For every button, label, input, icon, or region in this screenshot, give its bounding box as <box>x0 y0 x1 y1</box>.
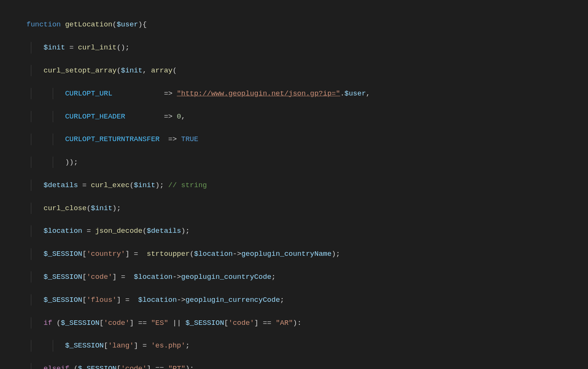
keyword-function: function <box>26 20 61 29</box>
code-line: CURLOPT_URL => "http://www.geoplugin.net… <box>0 88 588 99</box>
constant: CURLOPT_HEADER <box>65 112 126 121</box>
code-line: curl_close($init); <box>0 203 588 214</box>
code-line: $details = curl_exec($init); // string <box>0 180 588 191</box>
code-line: )); <box>0 157 588 168</box>
function-call: strtoupper <box>147 250 190 258</box>
code-line: $_SESSION['lang'] = 'es.php'; <box>0 340 588 351</box>
property: geoplugin_countryCode <box>181 273 271 281</box>
code-line: $_SESSION['country'] = strtoupper($locat… <box>0 248 588 260</box>
function-call: curl_close <box>44 204 87 212</box>
string-url: "http://www.geoplugin.net/json.gp?ip=" <box>177 89 340 98</box>
code-line: function getLocation($user){ <box>0 19 588 30</box>
keyword-elseif: elseif <box>44 364 69 369</box>
property: geoplugin_countryName <box>241 250 331 258</box>
comment: // string <box>168 181 207 189</box>
code-line: if ($_SESSION['code'] == "ES" || $_SESSI… <box>0 317 588 329</box>
number: 0 <box>177 112 181 121</box>
variable: $init <box>44 43 65 52</box>
parameter: $user <box>116 20 138 29</box>
code-line: CURLOPT_HEADER => 0, <box>0 111 588 122</box>
variable: $location <box>44 227 83 235</box>
keyword-if: if <box>44 319 52 327</box>
function-call: curl_exec <box>91 181 130 189</box>
constant: CURLOPT_RETURNTRANSFER <box>65 135 160 143</box>
code-line: $init = curl_init(); <box>0 42 588 53</box>
function-call: array <box>151 66 173 75</box>
property: geoplugin_currencyCode <box>185 296 280 304</box>
boolean: TRUE <box>181 135 199 143</box>
function-call: curl_setopt_array <box>44 66 117 75</box>
code-line: curl_setopt_array($init, array( <box>0 65 588 76</box>
code-line: CURLOPT_RETURNTRANSFER => TRUE <box>0 134 588 145</box>
code-line: $_SESSION['flous'] = $location->geoplugi… <box>0 294 588 306</box>
function-name: getLocation <box>65 20 112 29</box>
variable: $details <box>44 181 78 189</box>
constant: CURLOPT_URL <box>65 89 112 98</box>
code-editor[interactable]: function getLocation($user){ $init = cur… <box>0 0 588 369</box>
variable: $_SESSION <box>44 250 83 258</box>
code-line: elseif ($_SESSION['code'] == "PT"): <box>0 363 588 369</box>
function-call: curl_init <box>78 43 117 52</box>
code-line: $_SESSION['code'] = $location->geoplugin… <box>0 271 588 283</box>
code-line: $location = json_decode($details); <box>0 225 588 237</box>
function-call: json_decode <box>95 227 142 235</box>
